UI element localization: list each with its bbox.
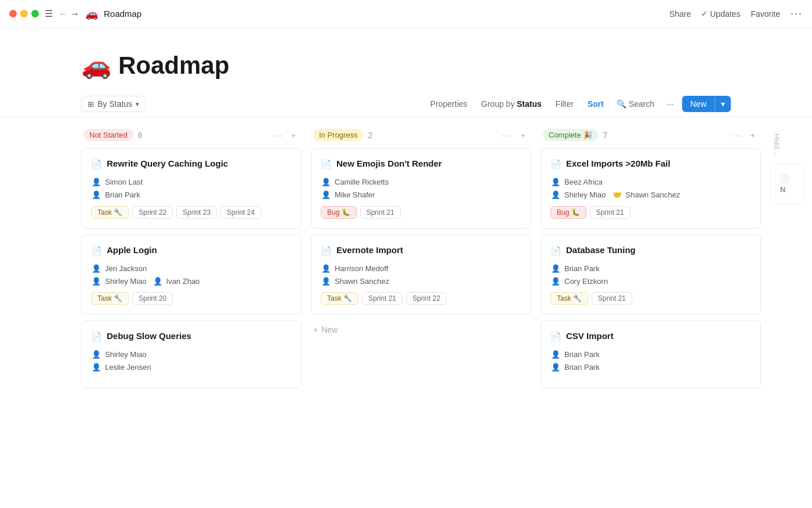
complete-badge: Complete 🎉 [543, 129, 598, 141]
filter-button[interactable]: Filter [550, 96, 579, 111]
person-name: Shawn Sanchez [626, 190, 680, 199]
avatar: 👤 [91, 362, 102, 373]
new-card-button[interactable]: + New [311, 320, 531, 339]
person-name: Cory Etzkorn [564, 277, 608, 286]
sprint-tag: Sprint 23 [176, 206, 217, 219]
search-label: Search [629, 99, 654, 109]
person-name: Simon Last [105, 178, 143, 186]
person-row: 👤 Shawn Sanchez [321, 276, 521, 286]
card-tags: Bug 🐛 Sprint 21 [321, 206, 521, 219]
share-button[interactable]: Share [669, 9, 691, 19]
back-arrow[interactable]: ← [59, 9, 68, 19]
tag: Bug 🐛 [550, 206, 586, 219]
person-name: Brian Park [564, 350, 600, 359]
card-title: 📄 Debug Slow Queries [91, 330, 292, 343]
person-name: Mike Shafer [335, 190, 375, 199]
card-title-text: Excel Imports >20Mb Fail [566, 158, 670, 170]
maximize-button[interactable] [31, 10, 39, 17]
card-title: 📄 Database Tuning [550, 244, 751, 257]
card-people: 👤 Brian Park 👤 Brian Park [550, 350, 751, 373]
hamburger-icon[interactable]: ☰ [45, 8, 53, 19]
person-row: 👤 Shirley Miao 🤝 Shawn Sanchez [550, 190, 751, 200]
sprint-tag: Sprint 21 [362, 292, 403, 305]
doc-icon: 📄 [91, 158, 102, 170]
card-title-text: Database Tuning [566, 244, 636, 256]
person-row: 👤 Simon Last [91, 177, 292, 188]
titlebar: ☰ ← → 🚗 Roadmap Share ✓ Updates Favorite… [0, 0, 812, 28]
tag: Task 🔧 [321, 292, 358, 305]
card-evernote-import[interactable]: 📄 Evernote Import 👤 Harrison Medoff 👤 Sh… [311, 235, 531, 315]
new-button[interactable]: New ▾ [682, 96, 731, 112]
card-people: 👤 Camille Ricketts 👤 Mike Shafer [321, 177, 521, 200]
in-progress-add-button[interactable]: + [517, 129, 529, 141]
avatar: 👤 [321, 177, 331, 188]
titlebar-left: ☰ ← → 🚗 Roadmap [9, 8, 142, 20]
person-row: 👤 Shirley Miao [91, 350, 292, 360]
view-label: By Status [97, 99, 132, 109]
column-header-not-started: Not Started 6 ··· + [81, 129, 302, 141]
person-name: Shirley Miao [105, 277, 147, 286]
avatar: 👤 [91, 350, 102, 360]
card-title: 📄 New Emojis Don't Render [321, 158, 521, 170]
sprint-tag: Sprint 20 [132, 292, 173, 305]
person-row: 👤 Brian Park [550, 362, 751, 373]
close-button[interactable] [9, 10, 17, 17]
page-title: 🚗 Roadmap [81, 51, 731, 80]
complete-add-button[interactable]: + [747, 129, 759, 141]
doc-icon: 📄 [91, 245, 102, 257]
card-hidden-partial[interactable]: 📄 N [770, 164, 805, 204]
search-button[interactable]: 🔍 Search [612, 96, 659, 111]
card-title: 📄 Evernote Import [321, 244, 521, 257]
person-row: 👤 Mike Shafer [321, 190, 521, 200]
more-button[interactable]: ··· [791, 8, 803, 20]
updates-button[interactable]: ✓ Updates [701, 9, 740, 19]
nav-arrows: ← → [59, 9, 79, 19]
col-actions-in-progress: ··· + [500, 129, 529, 141]
new-button-label: New [682, 96, 715, 112]
person-name: Shirley Miao [564, 190, 606, 199]
col-actions-complete: ··· + [730, 129, 759, 141]
avatar: 👤 [91, 177, 102, 188]
card-title-text: Rewrite Query Caching Logic [107, 158, 228, 170]
card-debug-slow-queries[interactable]: 📄 Debug Slow Queries 👤 Shirley Miao 👤 Le… [81, 320, 302, 388]
column-complete: Complete 🎉 7 ··· + 📄 Excel Imports >20Mb… [541, 129, 761, 394]
new-card-label: New [321, 325, 338, 334]
group-by-button[interactable]: Group by Status [476, 96, 548, 111]
card-title: 📄 Rewrite Query Caching Logic [91, 158, 292, 170]
toolbar-more-button[interactable]: ··· [661, 96, 680, 111]
card-new-emojis[interactable]: 📄 New Emojis Don't Render 👤 Camille Rick… [311, 148, 531, 229]
sprint-tag: Sprint 24 [220, 206, 261, 219]
sprint-tag: Sprint 22 [132, 206, 173, 219]
doc-icon: 📄 [780, 175, 789, 183]
traffic-lights [9, 10, 39, 17]
tag: Task 🔧 [91, 206, 129, 219]
sort-button[interactable]: Sort [582, 96, 610, 111]
minimize-button[interactable] [20, 10, 28, 17]
hidden-label: Hidd… [773, 129, 781, 157]
person-name: Brian Park [105, 190, 140, 199]
doc-icon: 📄 [550, 331, 561, 343]
card-database-tuning[interactable]: 📄 Database Tuning 👤 Brian Park 👤 Cory Et… [541, 235, 761, 315]
avatar: 👤 [321, 276, 331, 286]
not-started-add-button[interactable]: + [288, 129, 299, 141]
sprint-tag: Sprint 21 [592, 292, 632, 305]
new-btn-dropdown-icon[interactable]: ▾ [715, 96, 731, 112]
complete-more-icon[interactable]: ··· [730, 129, 745, 141]
forward-arrow[interactable]: → [70, 9, 79, 19]
properties-button[interactable]: Properties [425, 96, 473, 111]
view-icon: ⊞ [88, 100, 94, 109]
card-excel-imports[interactable]: 📄 Excel Imports >20Mb Fail 👤 Beez Africa… [541, 148, 761, 229]
not-started-more-icon[interactable]: ··· [270, 129, 285, 141]
sprint-tag: Sprint 22 [406, 292, 447, 305]
column-hidden: Hidd… 📄 N [770, 129, 805, 210]
card-rewrite-query[interactable]: 📄 Rewrite Query Caching Logic 👤 Simon La… [81, 148, 302, 229]
favorite-button[interactable]: Favorite [751, 9, 780, 19]
not-started-badge: Not Started [84, 129, 133, 141]
person-name: Beez Africa [564, 178, 603, 186]
card-apple-login[interactable]: 📄 Apple Login 👤 Jen Jackson 👤 Shirley Mi… [81, 235, 302, 315]
in-progress-more-icon[interactable]: ··· [500, 129, 515, 141]
view-selector[interactable]: ⊞ By Status ▾ [81, 96, 146, 112]
card-csv-import[interactable]: 📄 CSV Import 👤 Brian Park 👤 Brian Park [541, 320, 761, 388]
titlebar-page-icon: 🚗 [85, 8, 98, 20]
person-name: Leslie Jensen [105, 363, 151, 372]
